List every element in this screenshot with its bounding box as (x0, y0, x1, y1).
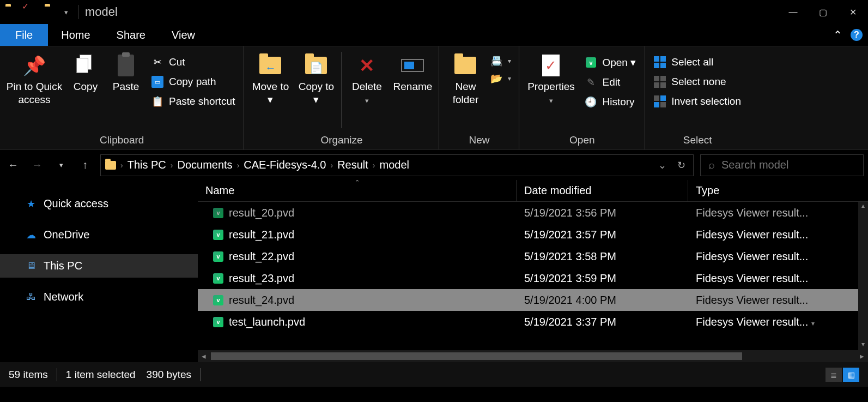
column-type[interactable]: Type (688, 180, 868, 201)
copy-path-button[interactable]: ▭Copy path (147, 74, 239, 90)
properties-button[interactable]: ✓ Properties▾ (524, 49, 578, 106)
file-type-icon (213, 295, 223, 305)
close-button[interactable]: ✕ (838, 1, 868, 23)
status-item-count: 59 items (9, 369, 48, 381)
navitem-onedrive[interactable]: ☁OneDrive (0, 223, 198, 247)
chevron-right-icon[interactable]: › (120, 161, 123, 170)
large-icons-view-button[interactable]: ▦ (843, 368, 859, 382)
vertical-scrollbar[interactable]: ▴ ▾ (858, 202, 868, 350)
properties-icon: ✓ (539, 54, 562, 77)
tab-home[interactable]: Home (48, 24, 103, 46)
delete-button[interactable]: ✕ Delete▾ (345, 49, 389, 106)
tab-file[interactable]: File (0, 24, 48, 46)
qat-dropdown-icon[interactable]: ▾ (64, 8, 68, 16)
paste-shortcut-button[interactable]: 📋Paste shortcut (147, 93, 239, 110)
crumb-model[interactable]: model (380, 159, 409, 171)
forward-button[interactable]: → (28, 157, 46, 174)
column-date-modified[interactable]: Date modified (517, 180, 688, 201)
history-icon: 🕘 (585, 96, 597, 108)
select-none-button[interactable]: Select none (650, 74, 745, 90)
view-toggle: ≣ ▦ (825, 368, 859, 382)
file-row[interactable]: result_20.pvd5/19/2021 3:56 PMFidesys Vi… (198, 202, 868, 224)
address-bar[interactable]: › This PC › Documents › CAE-Fidesys-4.0 … (100, 154, 694, 176)
nav-pane: ★Quick access ☁OneDrive 🖥This PC 🖧Networ… (0, 180, 198, 362)
group-label-new: New (444, 132, 514, 149)
new-folder-icon (454, 54, 477, 77)
new-folder-button[interactable]: New folder (444, 49, 487, 106)
file-name: result_20.pvd (229, 207, 294, 219)
cloud-icon: ☁ (25, 229, 37, 241)
collapse-ribbon-icon[interactable]: ⌃ (827, 24, 848, 46)
file-name: result_21.pvd (229, 229, 294, 241)
navitem-this-pc[interactable]: 🖥This PC (0, 254, 198, 278)
file-row[interactable]: result_24.pvd5/19/2021 4:00 PMFidesys Vi… (198, 289, 868, 311)
file-row[interactable]: result_21.pvd5/19/2021 3:57 PMFidesys Vi… (198, 224, 868, 245)
scissors-icon: ✂ (151, 56, 163, 68)
pin-quick-access-button[interactable]: 📌 Pin to Quick access (4, 49, 64, 106)
edit-icon: ✎ (585, 76, 597, 88)
cut-button[interactable]: ✂Cut (147, 54, 239, 70)
new-item-button[interactable]: 📇▾ (489, 54, 514, 68)
minimize-button[interactable]: ― (778, 1, 808, 23)
edit-button[interactable]: ✎Edit (580, 74, 640, 91)
status-separator (200, 368, 201, 381)
back-button[interactable]: ← (4, 157, 22, 174)
ribbon-tabs: File Home Share View ⌃ ? (0, 24, 868, 46)
paste-icon (114, 54, 137, 77)
open-button[interactable]: Open ▾ (580, 54, 640, 71)
horizontal-scrollbar[interactable]: ◂ ▸ (198, 350, 868, 362)
scroll-up-icon[interactable]: ▴ (858, 202, 868, 212)
easy-access-button[interactable]: 📂▾ (489, 71, 514, 86)
refresh-button[interactable]: ↻ (674, 159, 689, 171)
column-name[interactable]: Name⌃ (198, 180, 517, 201)
maximize-button[interactable]: ▢ (808, 1, 838, 23)
scroll-left-icon[interactable]: ◂ (198, 351, 210, 361)
file-list-pane: Name⌃ Date modified Type result_20.pvd5/… (198, 180, 868, 362)
properties-qat-icon[interactable]: ✓ (25, 6, 37, 18)
scroll-right-icon[interactable]: ▸ (856, 351, 868, 361)
recent-locations-button[interactable]: ▾ (52, 157, 70, 174)
copy-to-icon: 📄 (305, 54, 327, 77)
copy-button[interactable]: Copy (66, 49, 105, 93)
invert-selection-button[interactable]: Invert selection (650, 93, 745, 110)
help-icon[interactable]: ? (851, 29, 863, 41)
search-input[interactable]: ⌕ Search model (700, 154, 864, 176)
chevron-right-icon[interactable]: › (237, 161, 240, 170)
rename-button[interactable]: Rename (391, 49, 434, 93)
copy-to-button[interactable]: 📄 Copy to ▾ (294, 49, 338, 106)
ribbon: 📌 Pin to Quick access Copy Paste ✂Cut ▭C… (0, 46, 868, 149)
tab-share[interactable]: Share (104, 24, 159, 46)
file-row[interactable]: result_23.pvd5/19/2021 3:59 PMFidesys Vi… (198, 267, 868, 289)
file-date: 5/19/2021 4:00 PM (517, 294, 688, 307)
new-folder-qat-icon[interactable] (45, 6, 57, 18)
move-to-icon: ← (259, 54, 282, 77)
file-type: Fidesys Viewer result... (688, 229, 868, 241)
address-dropdown-icon[interactable]: ⌄ (655, 159, 670, 171)
file-row[interactable]: result_22.pvd5/19/2021 3:58 PMFidesys Vi… (198, 245, 868, 267)
scroll-down-icon[interactable]: ▾ (858, 340, 868, 350)
chevron-right-icon[interactable]: › (330, 161, 333, 170)
select-all-button[interactable]: Select all (650, 54, 745, 70)
scroll-thumb[interactable] (211, 352, 742, 360)
monitor-icon: 🖥 (25, 260, 37, 272)
paste-button[interactable]: Paste (107, 49, 145, 93)
up-button[interactable]: ↑ (76, 157, 94, 174)
navitem-quick-access[interactable]: ★Quick access (0, 192, 198, 215)
tab-view[interactable]: View (159, 24, 208, 46)
quick-access-toolbar: ✓ ▾ (0, 6, 74, 18)
chevron-right-icon[interactable]: › (373, 161, 375, 170)
crumb-documents[interactable]: Documents (177, 159, 232, 171)
history-button[interactable]: 🕘History (580, 94, 640, 110)
file-type: Fidesys Viewer result... (688, 207, 868, 219)
file-list[interactable]: result_20.pvd5/19/2021 3:56 PMFidesys Vi… (198, 202, 868, 350)
crumb-this-pc[interactable]: This PC (128, 159, 166, 171)
crumb-fidesys[interactable]: CAE-Fidesys-4.0 (244, 159, 326, 171)
chevron-right-icon[interactable]: › (171, 161, 173, 170)
file-row[interactable]: test_launch.pvd5/19/2021 3:37 PMFidesys … (198, 311, 868, 333)
file-type-icon (213, 317, 223, 327)
details-view-button[interactable]: ≣ (825, 368, 842, 382)
file-name: result_24.pvd (229, 294, 294, 307)
navitem-network[interactable]: 🖧Network (0, 285, 198, 309)
move-to-button[interactable]: ← Move to ▾ (248, 49, 292, 106)
crumb-result[interactable]: Result (337, 159, 368, 171)
